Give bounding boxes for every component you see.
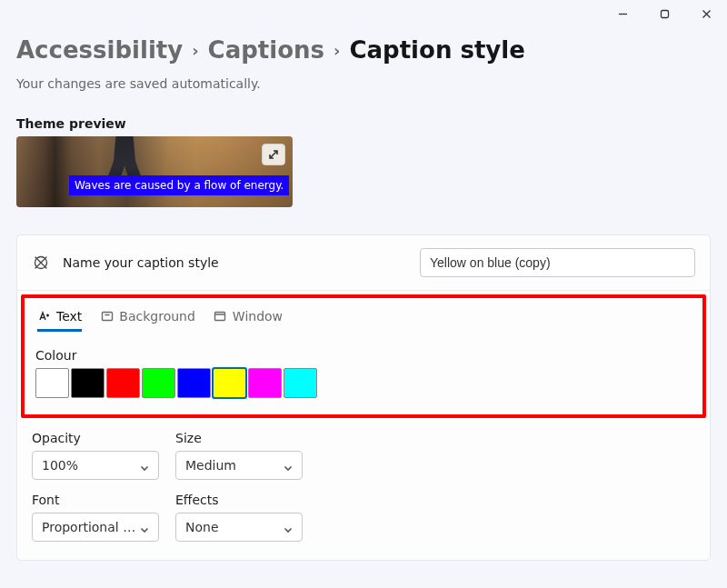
svg-rect-3 [215,313,225,321]
size-select[interactable]: Medium [175,451,303,480]
breadcrumb: Accessibility › Captions › Caption style [16,36,711,64]
opacity-select[interactable]: 100% [32,451,159,480]
breadcrumb-captions[interactable]: Captions [208,36,324,64]
colour-swatch-red[interactable] [106,368,140,398]
colour-swatch-blue[interactable] [177,368,211,398]
breadcrumb-separator: › [192,41,198,60]
preview-image [16,136,293,207]
effects-value: None [185,520,219,534]
text-settings-highlight: Text Background Window Colour [21,294,706,418]
colour-swatch-magenta[interactable] [248,368,282,398]
tab-window[interactable]: Window [214,309,283,332]
size-value: Medium [185,458,236,473]
window-icon [214,310,227,324]
opacity-value: 100% [42,458,78,473]
edit-icon [32,254,50,272]
chevron-down-icon [284,523,293,532]
effects-label: Effects [175,493,303,507]
font-select[interactable]: Proportional san… [32,513,159,542]
opacity-label: Opacity [32,431,159,445]
chevron-down-icon [284,461,293,470]
page-title: Caption style [349,36,524,64]
chevron-down-icon [140,523,149,532]
text-icon [37,310,51,324]
font-label: Font [32,493,159,507]
theme-preview-label: Theme preview [16,116,711,131]
breadcrumb-accessibility[interactable]: Accessibility [16,36,183,64]
theme-preview: Waves are caused by a flow of energy. [16,136,293,207]
size-label: Size [175,431,303,445]
effects-select[interactable]: None [175,513,303,542]
tab-text[interactable]: Text [37,309,82,332]
window-controls [602,0,727,27]
minimize-button[interactable] [602,0,643,27]
colour-swatch-yellow[interactable] [213,368,246,398]
tab-text-label: Text [56,309,82,324]
breadcrumb-separator: › [334,41,340,60]
colour-swatch-white[interactable] [35,368,69,398]
tab-background[interactable]: Background [100,309,195,332]
font-value: Proportional san… [42,520,136,534]
expand-preview-button[interactable] [262,144,285,165]
colour-swatch-green[interactable] [142,368,175,398]
preview-caption-text: Waves are caused by a flow of energy. [69,175,289,195]
svg-rect-2 [102,313,112,321]
colour-swatches [35,368,692,398]
maximize-button[interactable] [643,0,685,27]
caption-style-panel: Name your caption style Text Background [16,234,711,561]
style-name-input[interactable] [420,248,695,277]
name-style-row: Name your caption style [17,235,710,291]
autosave-note: Your changes are saved automatically. [16,76,711,91]
svg-rect-0 [661,10,668,17]
tab-background-label: Background [119,309,195,324]
colour-swatch-black[interactable] [71,368,105,398]
name-style-label: Name your caption style [63,255,219,270]
chevron-down-icon [140,461,149,470]
style-tabs: Text Background Window [35,307,692,332]
background-icon [100,310,114,324]
colour-label: Colour [35,348,692,363]
colour-swatch-cyan[interactable] [284,368,317,398]
tab-window-label: Window [233,309,283,324]
close-button[interactable] [685,0,727,27]
